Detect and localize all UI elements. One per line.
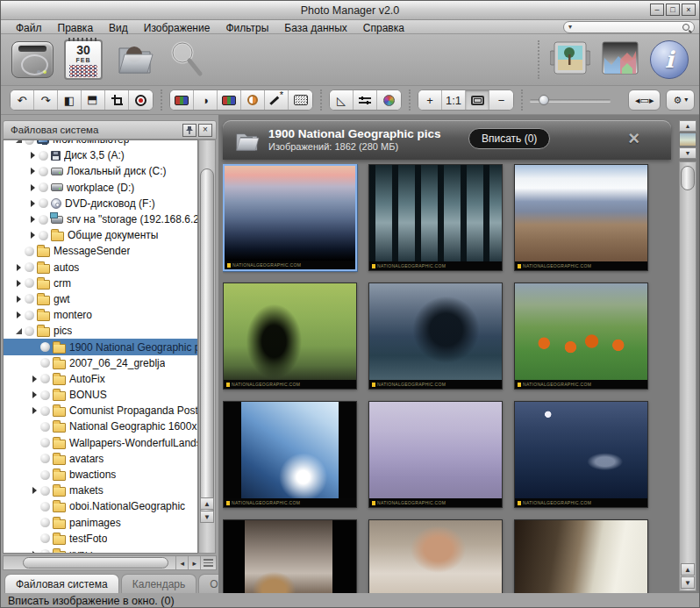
photo-thumbnail[interactable]: NATIONALGEOGRAPHIC.COM: [368, 283, 503, 390]
tree-item[interactable]: workplace (D:): [4, 180, 197, 196]
menu-item[interactable]: Файл: [8, 22, 50, 34]
photo-thumbnail[interactable]: NATIONALGEOGRAPHIC.COM: [368, 164, 503, 271]
expand-arrow[interactable]: [12, 296, 25, 303]
expand-arrow[interactable]: [28, 551, 40, 554]
menu-item[interactable]: Фильтры: [218, 22, 276, 34]
expand-arrow[interactable]: [12, 264, 25, 271]
search-box[interactable]: ▾: [563, 21, 695, 33]
panel-tab[interactable]: Органайзер: [198, 574, 218, 593]
adjust-sliders-icon[interactable]: [354, 90, 377, 110]
zoom-actual-button[interactable]: 1:1: [442, 90, 466, 110]
menu-item[interactable]: Изображение: [136, 22, 218, 34]
scroll-up-button[interactable]: ▲: [681, 563, 695, 576]
tree-item[interactable]: Диск 3,5 (A:): [4, 147, 197, 163]
tree-item[interactable]: avatars: [4, 451, 197, 467]
scrollbar-thumb[interactable]: [200, 168, 214, 521]
tree-item[interactable]: MessageSender: [4, 243, 197, 259]
zoom-in-button[interactable]: +: [418, 90, 442, 110]
thumbnail-size-slider[interactable]: [530, 94, 611, 106]
tree-item[interactable]: AutoFix: [4, 371, 197, 387]
nav-down-button[interactable]: ▼: [679, 147, 696, 159]
panel-close-button[interactable]: ×: [198, 124, 212, 137]
expand-arrow[interactable]: [28, 487, 40, 494]
scroll-left-button[interactable]: ◂: [175, 556, 188, 569]
tree-item[interactable]: bwactions: [4, 467, 197, 483]
tree-item[interactable]: Локальный диск (C:): [4, 163, 197, 179]
menu-item[interactable]: Вид: [101, 22, 136, 34]
calendar-icon[interactable]: 30 FEB: [64, 39, 103, 80]
tree-item[interactable]: Comunist Propaganda Posters: [4, 403, 197, 418]
histogram-icon[interactable]: [601, 40, 639, 79]
flip-vertical-icon[interactable]: ◧: [82, 90, 105, 110]
tree-item[interactable]: National Geographic 1600x1200: [4, 418, 197, 434]
expand-arrow[interactable]: [26, 232, 39, 239]
minimize-button[interactable]: –: [650, 4, 664, 16]
tree-item[interactable]: srv на "storage (192.168.6.2): [4, 211, 197, 227]
color-wheel-icon[interactable]: [377, 90, 401, 110]
tree-item[interactable]: куры: [4, 547, 197, 554]
tree-horizontal-scrollbar[interactable]: ◂ ▸: [3, 555, 217, 570]
open-folder-icon[interactable]: [113, 39, 155, 80]
pin-button[interactable]: [182, 124, 196, 137]
tree-item[interactable]: crm: [4, 275, 197, 291]
nav-image-icon[interactable]: [679, 132, 696, 147]
scrollbar-thumb[interactable]: [23, 557, 168, 569]
search-input[interactable]: [572, 22, 682, 32]
expand-arrow[interactable]: [28, 376, 40, 383]
fit-to-window-button[interactable]: Вписать (0): [468, 128, 550, 149]
gallery-close-icon[interactable]: ×: [628, 129, 639, 148]
photo-thumbnail[interactable]: NATIONALGEOGRAPHIC.COM: [514, 519, 648, 593]
photo-thumbnail[interactable]: NATIONALGEOGRAPHIC.COM: [368, 401, 503, 508]
photo-thumbnail[interactable]: NATIONALGEOGRAPHIC.COM: [223, 164, 357, 271]
thumbnail-size-button[interactable]: ◂▭▸: [628, 89, 661, 111]
expand-arrow[interactable]: [12, 139, 25, 143]
scroll-right-button[interactable]: ▸: [188, 556, 200, 569]
magic-wand-icon[interactable]: [265, 90, 289, 110]
menu-item[interactable]: Правка: [50, 22, 102, 34]
panel-grip[interactable]: [200, 556, 216, 569]
crop-icon[interactable]: [105, 90, 129, 110]
zoom-fit-button[interactable]: [466, 90, 489, 110]
noise-icon[interactable]: [289, 90, 312, 110]
expand-arrow[interactable]: [26, 152, 39, 159]
tree-item[interactable]: autos: [4, 260, 197, 275]
expand-arrow[interactable]: [26, 184, 39, 191]
photo-thumbnail[interactable]: NATIONALGEOGRAPHIC.COM: [514, 283, 648, 390]
photo-thumbnail[interactable]: NATIONALGEOGRAPHIC.COM: [223, 401, 357, 508]
zoom-out-button[interactable]: −: [489, 90, 513, 110]
close-button[interactable]: ×: [682, 4, 696, 16]
image-viewer-icon[interactable]: [550, 40, 590, 79]
photo-thumbnail[interactable]: NATIONALGEOGRAPHIC.COM: [514, 164, 648, 271]
tree-item[interactable]: Общие документы: [4, 227, 197, 243]
tree-item[interactable]: Wallpapers-WonderfulLandsPart2: [4, 435, 197, 451]
red-eye-icon[interactable]: [129, 90, 153, 110]
hard-disk-icon[interactable]: [11, 41, 54, 78]
expand-arrow[interactable]: [26, 168, 39, 175]
maximize-button[interactable]: □: [666, 4, 680, 16]
photo-thumbnail[interactable]: NATIONALGEOGRAPHIC.COM: [223, 519, 357, 593]
flip-horizontal-icon[interactable]: ◧: [58, 90, 82, 110]
tree-item[interactable]: oboi.NationalGeographic: [4, 498, 197, 514]
slider-knob[interactable]: [539, 95, 549, 105]
hue-icon[interactable]: [241, 90, 265, 110]
info-icon[interactable]: i: [650, 40, 689, 79]
rgb-channels-icon[interactable]: [170, 90, 194, 110]
tree-item[interactable]: gwt: [4, 291, 197, 307]
levels-icon[interactable]: [218, 90, 241, 110]
rotate-right-icon[interactable]: ↷: [34, 90, 58, 110]
expand-arrow[interactable]: [12, 328, 25, 334]
photo-thumbnail[interactable]: NATIONALGEOGRAPHIC.COM: [514, 401, 648, 508]
expand-arrow[interactable]: [28, 391, 40, 398]
scroll-up-button[interactable]: ▲: [200, 497, 214, 510]
settings-button[interactable]: ⚙▾: [666, 89, 695, 111]
contrast-icon[interactable]: ◑: [194, 90, 218, 110]
tree-item[interactable]: DVD-дисковод (F:): [4, 196, 197, 211]
photo-thumbnail[interactable]: NATIONALGEOGRAPHIC.COM: [223, 283, 357, 390]
gamma-icon[interactable]: ◺: [330, 90, 354, 110]
tree-item[interactable]: Мой компьютер: [4, 139, 197, 147]
scrollbar-thumb[interactable]: [681, 166, 695, 190]
tree-item[interactable]: 1900 National Geographic pics: [4, 339, 197, 354]
scroll-down-button[interactable]: ▼: [200, 511, 214, 523]
expand-arrow[interactable]: [12, 311, 25, 318]
photo-thumbnail[interactable]: NATIONALGEOGRAPHIC.COM: [368, 519, 503, 593]
